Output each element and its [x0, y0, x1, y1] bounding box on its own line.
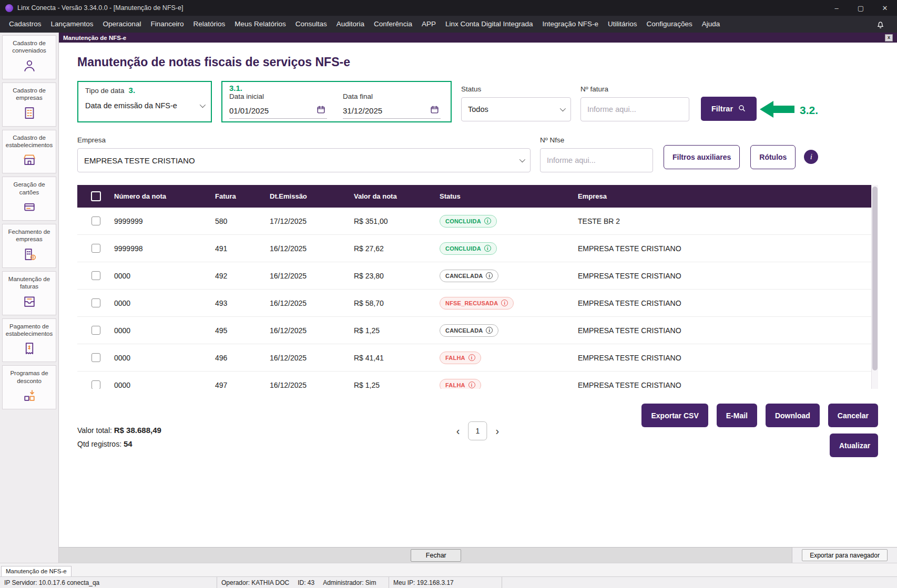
next-page-button[interactable]: ›: [496, 426, 500, 436]
tipo-de-data-group: Tipo de data 3. Data de emissão da NFS-e: [77, 81, 212, 122]
menu-item-integra-o-nfs-e[interactable]: Integração NFS-e: [538, 16, 604, 33]
status-badge[interactable]: CONCLUIDAi: [440, 242, 497, 255]
fechar-button[interactable]: Fechar: [411, 549, 461, 562]
cancelar-button[interactable]: Cancelar: [828, 404, 878, 427]
menu-item-consultas[interactable]: Consultas: [291, 16, 332, 33]
exportar-navegador-button[interactable]: Exportar para navegador: [802, 549, 888, 561]
status-value: Todos: [468, 105, 488, 114]
cell-empresa: EMPRESA TESTE CRISTIANO: [578, 272, 871, 280]
status-badge[interactable]: NFSE_RECUSADAi: [440, 297, 514, 310]
minimize-button[interactable]: –: [824, 0, 849, 16]
status-info-icon[interactable]: i: [484, 218, 491, 224]
filtros-auxiliares-button[interactable]: Filtros auxiliares: [664, 145, 740, 169]
col-valor-da-nota: Valor da nota: [354, 192, 440, 200]
sidebar-item[interactable]: Programas de desconto: [2, 365, 56, 409]
scrollbar-thumb[interactable]: [872, 187, 878, 370]
table-row: 000049516/12/2025R$ 1,25CANCELADAiEMPRES…: [77, 317, 878, 344]
menu-item-ajuda[interactable]: Ajuda: [697, 16, 725, 33]
exportar-csv-button[interactable]: Exportar CSV: [641, 404, 708, 427]
status-badge[interactable]: CONCLUIDAi: [440, 215, 497, 228]
info-icon[interactable]: i: [804, 150, 818, 164]
sidebar: Cadastro de conveniadosCadastro de empre…: [0, 33, 59, 563]
status-info-icon[interactable]: i: [468, 381, 475, 388]
mdi-close-icon[interactable]: x: [885, 34, 893, 42]
empresa-group: Empresa EMPRESA TESTE CRISTIANO: [77, 136, 531, 172]
menu-item-operacional[interactable]: Operacional: [98, 16, 146, 33]
row-checkbox[interactable]: [91, 216, 100, 225]
current-page[interactable]: 1: [468, 421, 487, 440]
sidebar-item[interactable]: Cadastro de conveniados: [2, 35, 56, 79]
atualizar-button[interactable]: Atualizar: [830, 434, 878, 457]
status-info-icon[interactable]: i: [501, 300, 508, 306]
cell-fatura: 491: [215, 244, 270, 253]
status-badge[interactable]: CANCELADAi: [440, 324, 498, 337]
sidebar-item-label: Fechamento de empresas: [4, 228, 55, 243]
sidebar-item[interactable]: Fechamento de empresas: [2, 224, 56, 268]
status-badge[interactable]: FALHAi: [440, 379, 481, 389]
row-checkbox[interactable]: [91, 244, 100, 253]
calendar-icon[interactable]: [316, 105, 326, 116]
notifications-bell-icon[interactable]: [875, 19, 885, 29]
select-all-checkbox[interactable]: [91, 191, 101, 201]
prev-page-button[interactable]: ‹: [456, 426, 460, 436]
row-checkbox[interactable]: [91, 271, 100, 280]
sidebar-item[interactable]: Manutenção de faturas: [2, 271, 56, 315]
menu-item-auditoria[interactable]: Auditoria: [332, 16, 369, 33]
data-final-field[interactable]: Data final 31/12/2025: [343, 92, 441, 119]
menu-item-financeiro[interactable]: Financeiro: [146, 16, 188, 33]
data-inicial-field[interactable]: Data inicial 01/01/2025: [229, 92, 327, 119]
menu-item-linx-conta-digital-integrada[interactable]: Linx Conta Digital Integrada: [441, 16, 538, 33]
status-info-icon[interactable]: i: [486, 327, 493, 334]
menu-item-meus-relat-rios[interactable]: Meus Relatórios: [230, 16, 291, 33]
download-button[interactable]: Download: [766, 404, 820, 427]
status-badge[interactable]: FALHAi: [440, 352, 481, 364]
valor-total-value: R$ 38.688,49: [114, 426, 161, 435]
row-checkbox[interactable]: [91, 380, 100, 389]
sidebar-item-label: Programas de desconto: [4, 369, 55, 385]
row-checkbox[interactable]: [91, 353, 100, 362]
n-fatura-input[interactable]: [580, 97, 689, 121]
status-select[interactable]: Todos: [461, 97, 571, 121]
menu-item-utilit-rios[interactable]: Utilitários: [603, 16, 642, 33]
rotulos-button[interactable]: Rótulos: [750, 145, 796, 169]
col-status: Status: [440, 192, 578, 200]
status-info-icon[interactable]: i: [486, 272, 493, 279]
data-inicial-label: Data inicial: [229, 92, 327, 100]
menu-item-cadastros[interactable]: Cadastros: [4, 16, 46, 33]
calendar-icon[interactable]: [430, 105, 440, 116]
email-button[interactable]: E-Mail: [717, 404, 757, 427]
menu-item-configura-es[interactable]: Configurações: [642, 16, 697, 33]
sidebar-item[interactable]: Cadastro de empresas: [2, 82, 56, 127]
bottom-tab[interactable]: Manutenção de NFS-e: [1, 566, 72, 576]
status-bar: IP Servidor: 10.0.17.6 conecta_qa Operad…: [0, 576, 897, 588]
row-checkbox[interactable]: [91, 326, 100, 335]
filtrar-button[interactable]: Filtrar: [701, 97, 757, 121]
row-checkbox[interactable]: [91, 298, 100, 307]
cell-fatura: 493: [215, 299, 270, 307]
sidebar-item[interactable]: Geração de cartões: [2, 177, 56, 221]
status-info-icon[interactable]: i: [468, 354, 475, 361]
sidebar-item[interactable]: Cadastro de estabelecimentos: [2, 130, 56, 174]
menu-item-confer-ncia[interactable]: Conferência: [369, 16, 417, 33]
export-navegador-panel: Exportar para navegador: [792, 548, 897, 563]
tipo-de-data-select[interactable]: Data de emissão da NFS-e: [85, 101, 204, 110]
n-fatura-group: Nº fatura: [580, 85, 689, 121]
close-button[interactable]: ✕: [873, 0, 897, 16]
status-badge[interactable]: CANCELADAi: [440, 270, 498, 282]
sidebar-item[interactable]: Pagamento de estabelecimentos: [2, 318, 56, 363]
status-id: ID: 43: [298, 579, 314, 586]
page-title: Manutenção de notas fiscais de serviços …: [77, 55, 878, 69]
empresa-select[interactable]: EMPRESA TESTE CRISTIANO: [77, 148, 531, 172]
table-scrollbar[interactable]: [871, 185, 878, 389]
qtd-registros-value: 54: [124, 439, 132, 448]
menu-item-relat-rios[interactable]: Relatórios: [188, 16, 230, 33]
n-nfse-input[interactable]: [540, 148, 653, 172]
status-info-icon[interactable]: i: [484, 245, 491, 252]
menu-item-app[interactable]: APP: [417, 16, 441, 33]
menu-item-lan-amentos[interactable]: Lançamentos: [46, 16, 98, 33]
cell-numero: 0000: [114, 299, 215, 307]
table-row: 000049216/12/2025R$ 23,80CANCELADAiEMPRE…: [77, 262, 878, 290]
annotation-3-1: 3.1.: [229, 84, 444, 92]
status-label: Status: [461, 85, 571, 93]
maximize-button[interactable]: ▢: [849, 0, 873, 16]
